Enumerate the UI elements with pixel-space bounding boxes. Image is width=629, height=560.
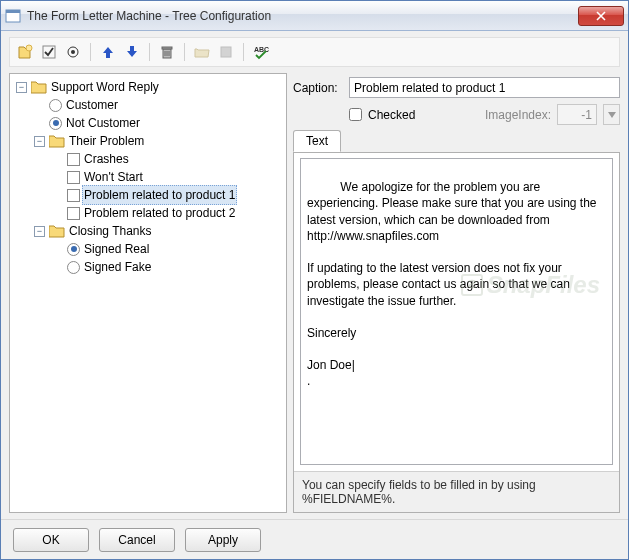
radio-icon[interactable] [67, 243, 80, 256]
tree-folder-closing-thanks[interactable]: − Closing Thanks [34, 222, 282, 240]
tree-item-crashes[interactable]: Crashes [52, 150, 282, 168]
svg-point-5 [71, 50, 75, 54]
collapse-icon[interactable]: − [34, 226, 45, 237]
arrow-down-icon[interactable] [121, 41, 143, 63]
tree-item-product-1[interactable]: Problem related to product 1 [52, 186, 282, 204]
toolbar-separator [184, 43, 185, 61]
trash-icon[interactable] [156, 41, 178, 63]
svg-rect-3 [43, 46, 55, 58]
tree-folder-root[interactable]: − Support Word Reply [16, 78, 282, 96]
window-title: The Form Letter Machine - Tree Configura… [27, 9, 578, 23]
collapse-icon[interactable]: − [16, 82, 27, 93]
imageindex-dropdown[interactable] [603, 104, 620, 125]
new-item-icon[interactable] [14, 41, 36, 63]
radio-icon[interactable] [49, 117, 62, 130]
text-content[interactable]: We apologize for the problem you are exp… [307, 180, 600, 388]
folder-icon [49, 224, 65, 238]
svg-rect-11 [221, 47, 231, 57]
tree-folder-their-problem[interactable]: − Their Problem [34, 132, 282, 150]
target-icon[interactable] [62, 41, 84, 63]
tab-strip: Text [293, 130, 620, 153]
tab-text[interactable]: Text [293, 130, 341, 152]
check-icon[interactable] [38, 41, 60, 63]
radio-icon[interactable] [67, 261, 80, 274]
hint-text: You can specify fields to be filled in b… [294, 471, 619, 512]
spellcheck-icon[interactable]: ABC [250, 41, 272, 63]
ok-button[interactable]: OK [13, 528, 89, 552]
toolbar-separator [149, 43, 150, 61]
toolbar-separator [90, 43, 91, 61]
collapse-icon[interactable]: − [34, 136, 45, 147]
options-row: Checked ImageIndex: [293, 102, 620, 129]
checked-label: Checked [368, 108, 415, 122]
arrow-up-icon[interactable] [97, 41, 119, 63]
imageindex-input[interactable] [557, 104, 597, 125]
toolbar: ABC [9, 37, 620, 67]
apply-button[interactable]: Apply [185, 528, 261, 552]
app-icon [5, 8, 21, 24]
checkbox-icon[interactable] [67, 207, 80, 220]
checkbox-icon[interactable] [67, 171, 80, 184]
imageindex-label: ImageIndex: [485, 108, 551, 122]
radio-icon[interactable] [49, 99, 62, 112]
tree-label[interactable]: Support Word Reply [49, 78, 161, 96]
svg-point-2 [26, 45, 32, 51]
window: The Form Letter Machine - Tree Configura… [0, 0, 629, 560]
content-area: − Support Word Reply Customer Not Custom… [1, 67, 628, 519]
tree-item-not-customer[interactable]: Not Customer [34, 114, 282, 132]
stop-icon[interactable] [215, 41, 237, 63]
tree-item-wont-start[interactable]: Won't Start [52, 168, 282, 186]
button-bar: OK Cancel Apply [1, 519, 628, 559]
tree-item-signed-fake[interactable]: Signed Fake [52, 258, 282, 276]
checked-checkbox[interactable] [349, 108, 362, 121]
tree-panel[interactable]: − Support Word Reply Customer Not Custom… [9, 73, 287, 513]
folder-icon [31, 80, 47, 94]
caption-row: Caption: [293, 73, 620, 102]
tree-item-signed-real[interactable]: Signed Real [52, 240, 282, 258]
close-button[interactable] [578, 6, 624, 26]
text-editor[interactable]: We apologize for the problem you are exp… [300, 158, 613, 465]
checkbox-icon[interactable] [67, 153, 80, 166]
tree-item-customer[interactable]: Customer [34, 96, 282, 114]
caption-label: Caption: [293, 81, 343, 95]
svg-rect-1 [6, 10, 20, 13]
caption-input[interactable] [349, 77, 620, 98]
cancel-button[interactable]: Cancel [99, 528, 175, 552]
tree-view[interactable]: − Support Word Reply Customer Not Custom… [14, 78, 282, 276]
editor-panel: Caption: Checked ImageIndex: Text We apo… [293, 73, 620, 513]
svg-rect-7 [162, 47, 172, 49]
text-panel: We apologize for the problem you are exp… [293, 152, 620, 513]
folder-open-icon[interactable] [191, 41, 213, 63]
tree-item-product-2[interactable]: Problem related to product 2 [52, 204, 282, 222]
titlebar[interactable]: The Form Letter Machine - Tree Configura… [1, 1, 628, 31]
checkbox-icon[interactable] [67, 189, 80, 202]
svg-text:ABC: ABC [254, 46, 269, 53]
toolbar-separator [243, 43, 244, 61]
folder-icon [49, 134, 65, 148]
